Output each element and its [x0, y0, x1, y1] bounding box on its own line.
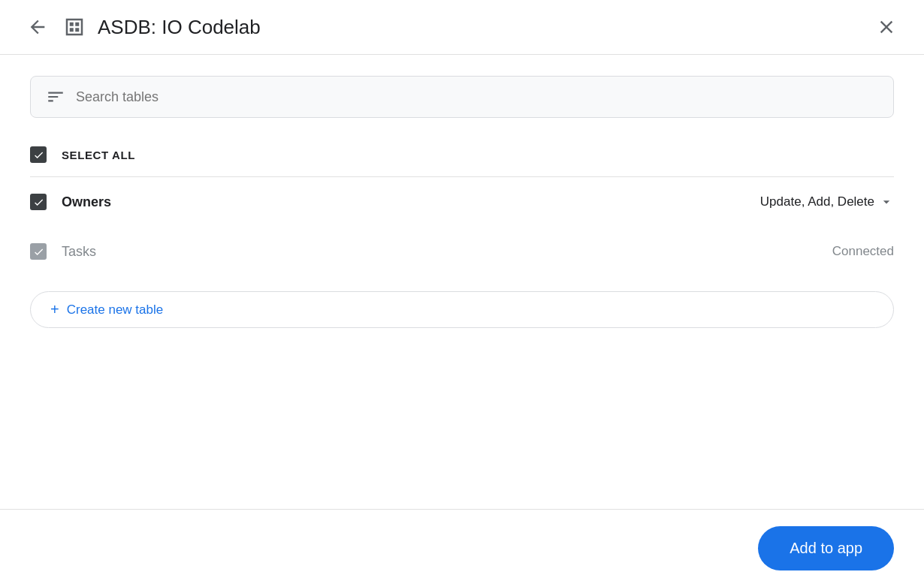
- owners-checkbox[interactable]: [30, 194, 47, 210]
- create-table-plus-icon: +: [50, 301, 59, 318]
- select-all-row: SELECT ALL: [30, 139, 894, 176]
- create-table-label: Create new table: [67, 303, 164, 318]
- owners-table-name: Owners: [62, 194, 745, 210]
- table-list: Owners Update, Add, Delete Tasks Connect…: [30, 177, 894, 276]
- create-new-table-button[interactable]: + Create new table: [30, 291, 894, 328]
- dialog-title: ASDB: IO Codelab: [98, 16, 861, 39]
- table-icon: [63, 16, 86, 38]
- tasks-status: Connected: [832, 244, 894, 259]
- table-row: Owners Update, Add, Delete: [30, 177, 894, 227]
- content: SELECT ALL Owners Update, Add, Delete: [0, 55, 924, 509]
- add-to-app-button[interactable]: Add to app: [758, 526, 894, 570]
- close-button[interactable]: [873, 14, 900, 41]
- filter-icon: [46, 87, 65, 107]
- select-all-checkbox[interactable]: [30, 146, 47, 163]
- tasks-table-name: Tasks: [62, 244, 817, 260]
- footer: Add to app: [0, 509, 924, 587]
- search-input[interactable]: [76, 89, 878, 105]
- tasks-checkbox[interactable]: [30, 243, 47, 260]
- table-row: Tasks Connected: [30, 227, 894, 276]
- back-button[interactable]: [24, 14, 51, 41]
- dialog: ASDB: IO Codelab SELECT ALL: [0, 0, 924, 587]
- owners-permissions-dropdown[interactable]: Update, Add, Delete: [760, 194, 894, 209]
- header: ASDB: IO Codelab: [0, 0, 924, 55]
- search-container: [30, 76, 894, 118]
- owners-permissions-label: Update, Add, Delete: [760, 194, 874, 209]
- select-all-label: SELECT ALL: [62, 149, 135, 161]
